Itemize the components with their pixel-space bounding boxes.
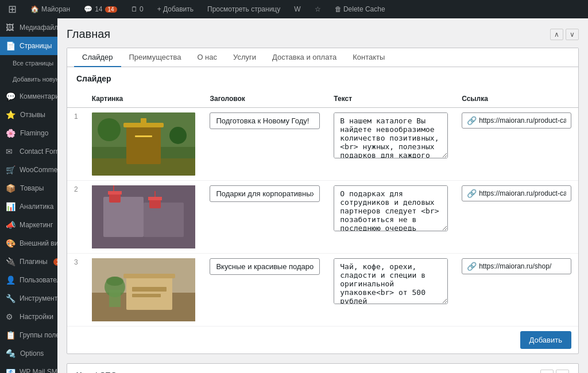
sidebar-label-products: Товары xyxy=(20,184,44,192)
sidebar-item-settings[interactable]: ⚙ Настройки xyxy=(0,308,57,326)
sidebar-item-users[interactable]: 👤 Пользователи xyxy=(0,271,57,289)
add-slide-button[interactable]: Добавить xyxy=(520,331,571,349)
plugins-icon: 🔌 xyxy=(6,257,15,266)
slide-text-input-1[interactable] xyxy=(334,112,448,158)
analytics-icon: 📊 xyxy=(6,202,15,211)
svg-rect-8 xyxy=(92,158,195,176)
th-text: Текст xyxy=(327,90,455,108)
tab-services[interactable]: Услуги xyxy=(225,48,264,67)
sidebar-item-all-pages[interactable]: Все страницы xyxy=(0,55,57,71)
sidebar-item-cf7[interactable]: ✉ Contact Form 7 xyxy=(0,142,57,161)
slide-text-cell-2 xyxy=(327,181,455,254)
all-pages-label: Все страницы xyxy=(13,60,53,67)
sidebar-label-comments: Комментарии xyxy=(20,92,57,100)
slide-title-cell-3 xyxy=(203,254,327,327)
yoast-expand-down[interactable]: ∨ xyxy=(556,370,569,373)
wp-icon: ⊞ xyxy=(8,3,17,15)
slide-text-input-2[interactable] xyxy=(334,185,448,231)
add-new-bar[interactable]: + Добавить xyxy=(154,0,197,18)
yoast-header: Yoast SEO ∧ ∨ xyxy=(67,364,578,373)
woo-icon: 🛒 xyxy=(6,165,15,174)
slide-image-3 xyxy=(92,258,195,321)
sidebar-label-marketing: Маркетинг xyxy=(20,221,53,229)
slide-title-input-2[interactable] xyxy=(210,185,320,202)
slide-image-cell-3 xyxy=(85,254,203,327)
home-icon: 🏠 xyxy=(30,5,39,13)
sidebar-label-settings: Настройки xyxy=(20,313,53,321)
svg-rect-2 xyxy=(126,124,161,164)
slide-link-wrap-1: 🔗 xyxy=(462,112,571,129)
slide-image-1 xyxy=(92,112,195,176)
acf-icon: 📋 xyxy=(6,331,15,340)
sidebar-item-tools[interactable]: 🔧 Инструменты xyxy=(0,289,57,308)
chain-icon-3: 🔗 xyxy=(467,262,477,271)
tab-contacts[interactable]: Контакты xyxy=(345,48,393,67)
slide-text-input-3[interactable] xyxy=(334,258,448,304)
sidebar-label-reviews: Отзывы xyxy=(20,111,45,119)
th-image: Картинка xyxy=(85,90,203,108)
plugins-badge: 10 xyxy=(53,258,57,266)
sidebar-item-plugins[interactable]: 🔌 Плагины 10 xyxy=(0,252,57,271)
svg-rect-12 xyxy=(109,194,121,203)
slider-section-title: Слайдер xyxy=(67,67,578,90)
notes-bar[interactable]: 🗒 0 xyxy=(127,0,147,18)
sidebar-item-woo[interactable]: 🛒 WooCommerce xyxy=(0,161,57,179)
sidebar-item-acf[interactable]: 📋 Группы полей xyxy=(0,326,57,344)
slide-link-input-1[interactable] xyxy=(479,116,566,125)
comment-badge: 14 xyxy=(105,6,117,13)
sidebar-item-appearance[interactable]: 🎨 Внешний вид xyxy=(0,234,57,252)
sidebar-item-media[interactable]: 🖼 Медиафайлы xyxy=(0,18,57,37)
th-num xyxy=(67,90,85,108)
expand-up-button[interactable]: ∧ xyxy=(550,29,563,40)
yoast-header-actions: ∧ ∨ xyxy=(540,370,569,373)
star-bar[interactable]: ☆ xyxy=(311,0,324,18)
sidebar-item-reviews[interactable]: ⭐ Отзывы xyxy=(0,106,57,124)
svg-rect-25 xyxy=(132,287,167,292)
svg-rect-23 xyxy=(109,290,121,307)
svg-rect-15 xyxy=(148,197,162,200)
add-btn-row: Добавить xyxy=(67,327,578,353)
tab-advantages[interactable]: Преимущества xyxy=(121,48,189,67)
sidebar-item-add-new-page[interactable]: Добавить новую xyxy=(0,71,57,87)
table-row: 1 xyxy=(67,108,578,181)
sidebar-label-pages: Страницы xyxy=(20,42,52,50)
sidebar-item-wpmail[interactable]: 📧 WP Mail SMTP xyxy=(0,363,57,373)
th-title: Заголовок xyxy=(203,90,327,108)
comments-icon: 💬 xyxy=(6,92,15,101)
sidebar-item-analytics[interactable]: 📊 Аналитика xyxy=(0,197,57,216)
site-name[interactable]: 🏠 Майоран xyxy=(27,0,74,18)
slide-title-input-1[interactable] xyxy=(210,112,320,129)
sidebar-item-pages[interactable]: 📄 Страницы xyxy=(0,37,57,55)
sidebar-item-marketing[interactable]: 📣 Маркетинг xyxy=(0,216,57,234)
sidebar-label-appearance: Внешний вид xyxy=(20,239,57,247)
slide-link-cell-2: 🔗 xyxy=(455,181,578,254)
view-page-bar[interactable]: Просмотреть страницу xyxy=(204,0,284,18)
slide-link-input-3[interactable] xyxy=(479,262,566,270)
sidebar-label-cf7: Contact Form 7 xyxy=(20,147,57,156)
expand-down-button[interactable]: ∨ xyxy=(566,29,579,40)
page-title: Главная xyxy=(67,28,110,41)
main-content: Главная ∧ ∨ Слайдер Преимущества О нас У… xyxy=(57,18,588,373)
slide-title-input-3[interactable] xyxy=(210,258,320,275)
yoast-title: Yoast SEO xyxy=(76,371,117,373)
tab-delivery[interactable]: Доставка и оплата xyxy=(264,48,345,67)
wp-logo[interactable]: ⊞ xyxy=(5,0,20,18)
svg-rect-10 xyxy=(103,197,144,237)
sidebar-item-comments[interactable]: 💬 Комментарии xyxy=(0,87,57,106)
comments-bar[interactable]: 💬 14 14 xyxy=(80,0,120,18)
delete-cache-bar[interactable]: 🗑 Delete Cache xyxy=(331,0,389,18)
sidebar-item-products[interactable]: 📦 Товары xyxy=(0,179,57,197)
yoast-expand-up[interactable]: ∧ xyxy=(540,370,554,373)
tab-about[interactable]: О нас xyxy=(189,48,225,67)
page-title-actions: ∧ ∨ xyxy=(550,29,579,40)
comment-count: 14 xyxy=(95,5,102,13)
tab-slider[interactable]: Слайдер xyxy=(74,48,121,67)
table-row: 3 xyxy=(67,254,578,327)
sidebar-item-flamingo[interactable]: 🌸 Flamingo xyxy=(0,124,57,142)
page-title-bar: Главная ∧ ∨ xyxy=(67,28,579,41)
cf7-icon: ✉ xyxy=(6,147,15,156)
sidebar-item-options[interactable]: 🔩 Options xyxy=(0,344,57,363)
w-icon-bar[interactable]: W xyxy=(291,0,304,18)
slide-link-input-2[interactable] xyxy=(479,189,566,197)
slider-table: Картинка Заголовок Текст Ссылка 1 xyxy=(67,90,578,327)
